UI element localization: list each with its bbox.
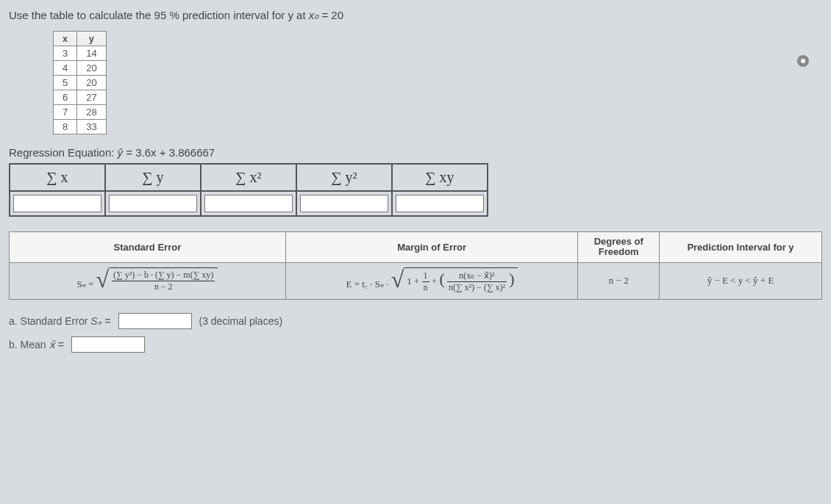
header-standard-error: Standard Error <box>10 232 286 263</box>
help-icon[interactable] <box>797 55 809 67</box>
formula-table: Standard Error Margin of Error Degrees o… <box>9 231 822 300</box>
sums-table: ∑ x ∑ y ∑ x² ∑ y² ∑ xy <box>9 163 488 217</box>
header-margin-error: Margin of Error <box>285 232 578 263</box>
sum-header-x: ∑ x <box>10 164 105 191</box>
table-row: 728 <box>54 105 107 120</box>
question-text: Use the table to calculate the 95 % pred… <box>9 9 822 22</box>
header-prediction-interval: Prediction Interval for y <box>659 232 821 263</box>
question-variable: x₀ <box>309 9 319 21</box>
formula-dof: n − 2 <box>578 262 660 300</box>
answer-b-symbol: x̄ <box>49 339 54 350</box>
table-row: 520 <box>54 76 107 90</box>
table-row: 420 <box>54 61 107 76</box>
answer-a-row: a. Standard Error Sₑ = (3 decimal places… <box>9 313 822 329</box>
xy-data-table: x y 314 420 520 627 728 833 <box>53 31 107 134</box>
table-header-x: x <box>54 32 77 46</box>
sum-header-x2: ∑ x² <box>201 164 296 191</box>
regression-formula: = 3.6x + 3.866667 <box>126 146 215 159</box>
sum-y-input[interactable] <box>109 195 197 212</box>
table-row: 833 <box>54 120 107 134</box>
table-header-y: y <box>77 32 106 46</box>
table-row: 627 <box>54 90 107 105</box>
regression-label: Regression Equation: <box>9 146 118 159</box>
formula-standard-error: Sₑ = √ (∑ y²) − b · (∑ y) − m(∑ xy) n − … <box>10 262 286 300</box>
answer-a-label: a. Standard Error <box>9 315 90 327</box>
sum-xy-input[interactable] <box>396 195 484 212</box>
question-value: = 20 <box>321 9 343 21</box>
sum-x-input[interactable] <box>13 195 101 212</box>
standard-error-input[interactable] <box>118 313 192 329</box>
answer-a-symbol: Sₑ <box>90 315 101 327</box>
answer-b-row: b. Mean x̄ = <box>9 336 822 353</box>
mean-x-input[interactable] <box>71 336 145 353</box>
answer-b-equals: = <box>58 339 64 350</box>
regression-yhat: ŷ <box>118 146 124 159</box>
answer-a-hint: (3 decimal places) <box>199 315 282 327</box>
sum-header-y2: ∑ y² <box>296 164 392 191</box>
question-prefix: Use the table to calculate the 95 % pred… <box>9 9 309 21</box>
regression-equation: Regression Equation: ŷ = 3.6x + 3.866667 <box>9 146 822 159</box>
header-dof: Degrees of Freedom <box>578 232 660 263</box>
sum-header-xy: ∑ xy <box>392 164 488 191</box>
answer-b-label: b. Mean <box>9 339 49 350</box>
formula-margin-error: E = t꜀ · Sₑ · √ 1 + 1 n + ( n(x₀ − x̄)² … <box>285 262 578 300</box>
table-row: 314 <box>54 46 107 61</box>
sum-x2-input[interactable] <box>204 195 293 212</box>
formula-prediction-interval: ŷ − E < y < ŷ + E <box>659 262 821 300</box>
sum-header-y: ∑ y <box>105 164 201 191</box>
sum-y2-input[interactable] <box>300 195 388 212</box>
answer-a-equals: = <box>105 315 111 327</box>
